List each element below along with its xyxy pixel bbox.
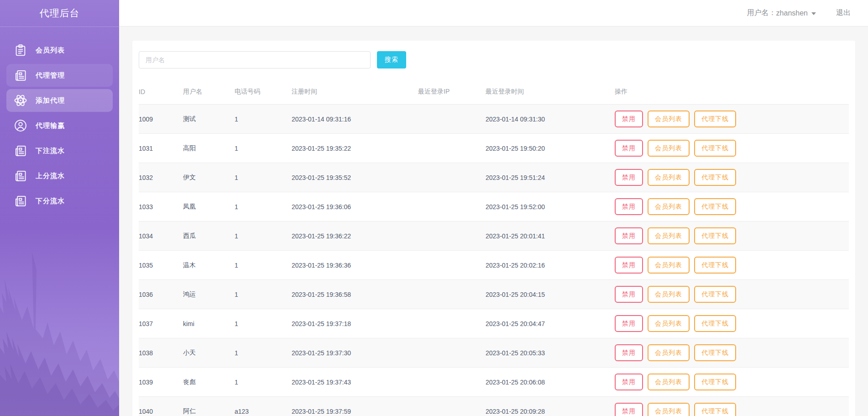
cell-last-login: 2023-01-25 19:52:00 — [486, 192, 615, 221]
newspaper-icon — [13, 143, 28, 158]
agent-downline-button[interactable]: 代理下线 — [694, 374, 736, 390]
sidebar-menu: 会员列表 代理管理 添加代理 代理输赢 — [0, 39, 119, 212]
cell-last-ip — [418, 280, 486, 309]
disable-button[interactable]: 禁用 — [615, 227, 643, 244]
disable-button[interactable]: 禁用 — [615, 198, 643, 215]
sidebar-item-label: 上分流水 — [36, 172, 65, 180]
column-header-username: 用户名 — [183, 80, 235, 105]
cell-last-login: 2023-01-25 20:04:47 — [486, 309, 615, 338]
member-list-button[interactable]: 会员列表 — [648, 403, 690, 416]
cell-username: 凤凰 — [183, 192, 235, 221]
agent-downline-button[interactable]: 代理下线 — [694, 315, 736, 332]
disable-button[interactable]: 禁用 — [615, 403, 643, 416]
cell-last-ip — [418, 134, 486, 163]
table-row: 1009测试12023-01-14 09:31:162023-01-14 09:… — [139, 105, 849, 134]
agent-downline-button[interactable]: 代理下线 — [694, 403, 736, 416]
sidebar-item-member-list[interactable]: 会员列表 — [6, 39, 113, 62]
cell-actions: 禁用会员列表代理下线 — [615, 280, 849, 309]
table-row: 1031高阳12023-01-25 19:35:222023-01-25 19:… — [139, 134, 849, 163]
cell-phone: 1 — [235, 134, 292, 163]
cell-username: 伊文 — [183, 163, 235, 192]
cell-last-login: 2023-01-25 19:50:20 — [486, 134, 615, 163]
cell-last-login: 2023-01-25 20:04:15 — [486, 280, 615, 309]
member-list-button[interactable]: 会员列表 — [648, 140, 690, 157]
cell-actions: 禁用会员列表代理下线 — [615, 338, 849, 368]
cell-username: 鸿运 — [183, 280, 235, 309]
cell-reg-time: 2023-01-25 19:36:58 — [292, 280, 418, 309]
search-input[interactable] — [139, 51, 371, 68]
cell-reg-time: 2023-01-25 19:37:43 — [292, 368, 418, 397]
topbar: 用户名： zhanshen 退出 — [119, 0, 868, 26]
column-header-last-login: 最近登录时间 — [486, 80, 615, 105]
member-list-button[interactable]: 会员列表 — [648, 344, 690, 361]
member-list-button[interactable]: 会员列表 — [648, 169, 690, 186]
agent-downline-button[interactable]: 代理下线 — [694, 111, 736, 127]
table-header-row: ID 用户名 电话号码 注册时间 最近登录IP 最近登录时间 操作 — [139, 80, 849, 105]
disable-button[interactable]: 禁用 — [615, 169, 643, 186]
disable-button[interactable]: 禁用 — [615, 315, 643, 332]
cell-last-ip — [418, 251, 486, 280]
cell-reg-time: 2023-01-25 19:37:59 — [292, 397, 418, 416]
cell-actions: 禁用会员列表代理下线 — [615, 221, 849, 251]
cell-id: 1036 — [139, 280, 183, 309]
table-row: 1040阿仁a1232023-01-25 19:37:592023-01-25 … — [139, 397, 849, 416]
main-area: 用户名： zhanshen 退出 搜索 — [119, 0, 868, 416]
cell-reg-time: 2023-01-25 19:37:30 — [292, 338, 418, 368]
cell-actions: 禁用会员列表代理下线 — [615, 105, 849, 134]
cell-reg-time: 2023-01-25 19:36:22 — [292, 221, 418, 251]
member-list-button[interactable]: 会员列表 — [648, 227, 690, 244]
agent-downline-button[interactable]: 代理下线 — [694, 198, 736, 215]
sidebar-item-add-agent[interactable]: 添加代理 — [6, 89, 113, 112]
newspaper-icon — [13, 68, 28, 83]
member-list-button[interactable]: 会员列表 — [648, 257, 690, 274]
cell-last-login: 2023-01-14 09:31:30 — [486, 105, 615, 134]
forest-background — [0, 224, 119, 416]
cell-username: 测试 — [183, 105, 235, 134]
agent-downline-button[interactable]: 代理下线 — [694, 344, 736, 361]
sidebar-item-upscore-flow[interactable]: 上分流水 — [6, 164, 113, 187]
disable-button[interactable]: 禁用 — [615, 344, 643, 361]
sidebar-item-agent-winloss[interactable]: 代理输赢 — [6, 114, 113, 137]
agent-downline-button[interactable]: 代理下线 — [694, 169, 736, 186]
cell-reg-time: 2023-01-25 19:36:36 — [292, 251, 418, 280]
cell-reg-time: 2023-01-14 09:31:16 — [292, 105, 418, 134]
cell-username: 小天 — [183, 338, 235, 368]
cell-id: 1034 — [139, 221, 183, 251]
agent-downline-button[interactable]: 代理下线 — [694, 257, 736, 274]
user-menu[interactable]: 用户名： zhanshen — [747, 8, 816, 18]
cell-last-login: 2023-01-25 20:05:33 — [486, 338, 615, 368]
member-list-button[interactable]: 会员列表 — [648, 315, 690, 332]
cell-last-ip — [418, 368, 486, 397]
disable-button[interactable]: 禁用 — [615, 286, 643, 303]
member-list-button[interactable]: 会员列表 — [648, 286, 690, 303]
cell-actions: 禁用会员列表代理下线 — [615, 309, 849, 338]
agent-downline-button[interactable]: 代理下线 — [694, 140, 736, 157]
member-list-button[interactable]: 会员列表 — [648, 198, 690, 215]
logout-button[interactable]: 退出 — [836, 8, 851, 18]
cell-last-ip — [418, 105, 486, 134]
member-list-button[interactable]: 会员列表 — [648, 374, 690, 390]
agent-downline-button[interactable]: 代理下线 — [694, 286, 736, 303]
sidebar-item-bet-flow[interactable]: 下注流水 — [6, 139, 113, 162]
member-list-button[interactable]: 会员列表 — [648, 111, 690, 127]
cell-last-ip — [418, 192, 486, 221]
sidebar-item-downscore-flow[interactable]: 下分流水 — [6, 190, 113, 212]
sidebar-item-agent-manage[interactable]: 代理管理 — [6, 64, 113, 87]
disable-button[interactable]: 禁用 — [615, 374, 643, 390]
cell-reg-time: 2023-01-25 19:35:22 — [292, 134, 418, 163]
cell-phone: 1 — [235, 192, 292, 221]
cell-last-login: 2023-01-25 19:51:24 — [486, 163, 615, 192]
search-button[interactable]: 搜索 — [377, 51, 406, 68]
sidebar-divider — [0, 26, 119, 27]
cell-actions: 禁用会员列表代理下线 — [615, 368, 849, 397]
disable-button[interactable]: 禁用 — [615, 140, 643, 157]
cell-username: 西瓜 — [183, 221, 235, 251]
user-circle-icon — [13, 118, 28, 133]
content-card: 搜索 ID 用户名 电话号码 注册时间 最近登录IP — [132, 41, 855, 416]
cell-phone: 1 — [235, 221, 292, 251]
disable-button[interactable]: 禁用 — [615, 257, 643, 274]
agent-downline-button[interactable]: 代理下线 — [694, 227, 736, 244]
dropdown-caret-icon — [811, 12, 816, 15]
username-label: 用户名： — [747, 8, 776, 18]
disable-button[interactable]: 禁用 — [615, 111, 643, 127]
